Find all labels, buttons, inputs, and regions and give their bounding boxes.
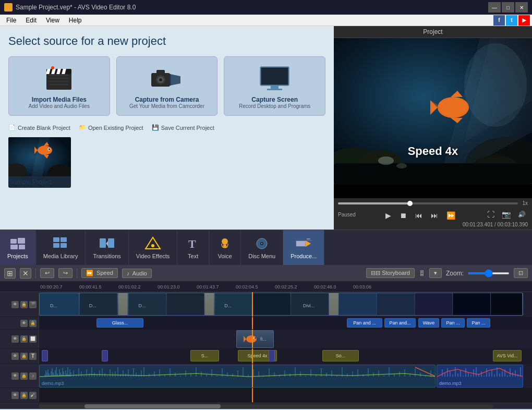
wave-effect[interactable]: Wave: [418, 318, 439, 328]
film-icon-v[interactable]: 🎬: [29, 301, 37, 308]
pan-effect-4[interactable]: Pan ...: [467, 318, 490, 328]
brush-icon-b[interactable]: 🖌: [29, 392, 37, 399]
toolbar-voice[interactable]: Voice: [209, 230, 241, 265]
toolbar-disc-menu[interactable]: Disc Menu: [241, 230, 283, 265]
speed-clip-s[interactable]: S...: [190, 350, 219, 361]
create-blank-project[interactable]: 📄 Create Blank Project: [8, 124, 70, 131]
sample-project-name: Sample Project: [8, 176, 71, 188]
svg-point-100: [255, 337, 256, 339]
fish-clip[interactable]: fi...: [236, 330, 274, 348]
menu-items: File Edit View Help: [2, 16, 86, 25]
audio-track-content[interactable]: demo.mp3: [39, 364, 532, 388]
capture-camera-card[interactable]: Capture from Camera Get Your Media from …: [116, 56, 218, 116]
glass-effect-chip[interactable]: Glass...: [96, 318, 143, 328]
fullscreen-button[interactable]: ⛶: [485, 209, 497, 220]
svg-text:D...: D...: [224, 303, 232, 308]
brush-track-content[interactable]: [39, 388, 532, 402]
lock-icon-s[interactable]: 🔒: [20, 353, 28, 360]
play-button[interactable]: ▶: [383, 210, 393, 221]
speed-button[interactable]: ⏩ Speed: [81, 268, 118, 278]
minimize-button[interactable]: —: [488, 2, 501, 13]
screenshot-button[interactable]: 📷: [500, 209, 513, 220]
undo-button[interactable]: ↩: [40, 268, 54, 278]
eye-icon-v[interactable]: 👁: [11, 301, 19, 308]
title-left: Sample Project.vep* - AVS Video Editor 8…: [4, 3, 136, 11]
zoom-slider[interactable]: [468, 272, 510, 274]
eye-icon-s[interactable]: 👁: [11, 353, 19, 360]
layer-icon-a[interactable]: ⬜: [29, 335, 37, 343]
toolbar-transitions[interactable]: Transitions: [86, 230, 128, 265]
open-existing-project[interactable]: 📁 Open Existing Project: [79, 124, 143, 131]
svg-rect-57: [19, 245, 25, 249]
menu-help[interactable]: Help: [65, 16, 86, 25]
eye-icon-b[interactable]: 👁: [11, 392, 19, 399]
prev-frame-button[interactable]: ⏮: [413, 210, 425, 221]
effects-track-content[interactable]: Glass... Pan and ... Pan and... Wave Pan…: [39, 317, 532, 329]
fit-to-window-button[interactable]: ⊡: [514, 268, 528, 278]
preview-area[interactable]: Speed 4x: [334, 38, 532, 198]
speed-track-content[interactable]: S... Speed 4x So... AVS Vid...: [39, 348, 532, 364]
lock-icon-v[interactable]: 🔒: [20, 301, 28, 308]
text-clip-3[interactable]: [269, 350, 275, 361]
storyboard-button[interactable]: ⊟⊟ Storyboard: [366, 268, 415, 278]
facebook-button[interactable]: f: [493, 15, 505, 26]
save-current-project[interactable]: 💾 Save Current Project: [152, 124, 214, 131]
volume-button[interactable]: 🔊: [516, 210, 528, 219]
progress-bar[interactable]: [338, 202, 518, 204]
eye-icon-e[interactable]: 👁: [20, 320, 28, 327]
toolbar-projects[interactable]: Projects: [0, 230, 36, 265]
toolbar-video-effects[interactable]: Video Effects: [129, 230, 177, 265]
text-clip-2[interactable]: [102, 350, 108, 361]
sep2: [77, 268, 77, 279]
split-button[interactable]: ⊞: [4, 268, 16, 279]
sample-project-thumb[interactable]: Sample Project: [8, 137, 71, 188]
lock-icon-au[interactable]: 🔒: [20, 372, 28, 380]
pan-effect-3[interactable]: Pan ...: [441, 318, 465, 328]
scroll-thumb[interactable]: [84, 404, 221, 408]
lock-icon-a[interactable]: 🔒: [20, 335, 28, 343]
toolbar-media-library[interactable]: Media Library: [36, 230, 86, 265]
pan-effect-2[interactable]: Pan and...: [384, 318, 416, 328]
audio-clip-2[interactable]: demo.mp3: [437, 365, 523, 388]
pan-effect-1[interactable]: Pan and ...: [347, 318, 382, 328]
import-media-card[interactable]: Import Media Files Add Video and Audio F…: [8, 56, 110, 116]
menu-file[interactable]: File: [2, 16, 20, 25]
eye-icon-a[interactable]: 👁: [11, 335, 19, 343]
so-clip[interactable]: So...: [322, 350, 359, 361]
audio-mixer-icon[interactable]: 🎛: [419, 270, 425, 277]
brush-track-controls: 👁 🔒 🖌: [0, 388, 39, 402]
stop-button[interactable]: ⏹: [397, 210, 409, 221]
eye-icon-au[interactable]: 👁: [11, 372, 19, 380]
avs-clip[interactable]: AVS Vid...: [493, 350, 522, 361]
projects-icon: [9, 236, 26, 251]
text-clip-1[interactable]: [42, 350, 48, 361]
youtube-button[interactable]: ▶: [518, 15, 530, 26]
animation-track-row: 👁 🔒 ⬜ fi...: [0, 330, 532, 348]
lock-icon-b[interactable]: 🔒: [20, 392, 28, 399]
toolbar-produce[interactable]: Produce...: [283, 230, 324, 265]
svg-rect-63: [108, 238, 114, 248]
step-forward-button[interactable]: ⏩: [444, 210, 457, 221]
audio-button[interactable]: ♪ Audio: [122, 269, 152, 278]
video-track-content[interactable]: D... D... D... D... Divi...: [39, 292, 532, 317]
music-icon-au[interactable]: ♪: [29, 372, 37, 380]
delete-button[interactable]: ✕: [20, 268, 31, 279]
close-button[interactable]: ✕: [515, 2, 528, 13]
capture-screen-card[interactable]: Capture Screen Record Desktop and Progra…: [224, 56, 325, 116]
toolbar-text[interactable]: T Text: [177, 230, 209, 265]
scroll-track[interactable]: [39, 404, 493, 408]
redo-button[interactable]: ↪: [58, 268, 72, 278]
audio-clip-main[interactable]: demo.mp3: [39, 365, 436, 388]
menu-view[interactable]: View: [42, 16, 64, 25]
menu-edit[interactable]: Edit: [21, 16, 41, 25]
next-frame-button[interactable]: ⏭: [429, 210, 440, 221]
track-options-button[interactable]: ▾: [429, 268, 442, 278]
lock-icon-e[interactable]: 🔒: [29, 320, 37, 327]
twitter-button[interactable]: t: [506, 15, 517, 26]
horizontal-scrollbar[interactable]: [0, 403, 532, 409]
maximize-button[interactable]: □: [502, 2, 514, 13]
video-clip-main[interactable]: D... D... D... D... Divi...: [39, 293, 523, 316]
animation-track-content[interactable]: fi...: [39, 330, 532, 348]
progress-thumb: [407, 201, 413, 206]
text-icon-s[interactable]: T: [29, 353, 37, 360]
